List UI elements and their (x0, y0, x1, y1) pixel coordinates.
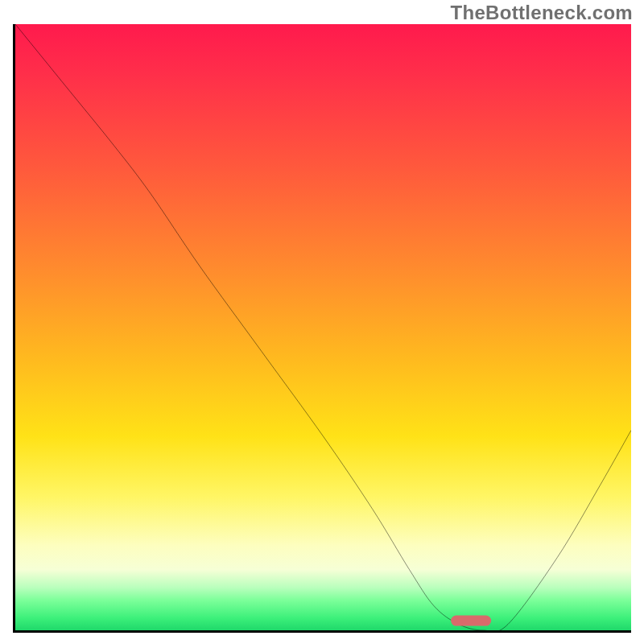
watermark-text: TheBottleneck.com (451, 2, 633, 24)
optimal-marker (451, 616, 491, 626)
bottleneck-curve-path (15, 24, 631, 630)
chart-curve-svg (15, 24, 631, 630)
chart-plot-area (15, 24, 631, 630)
